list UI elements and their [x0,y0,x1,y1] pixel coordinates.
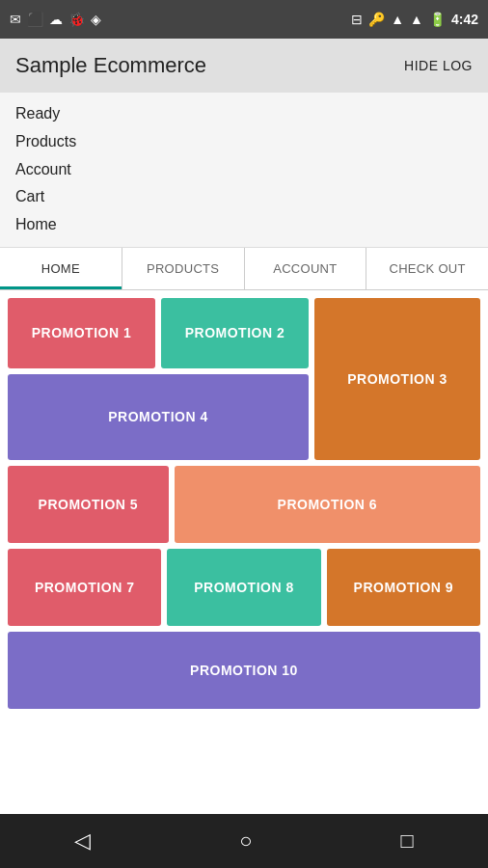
promo7-button[interactable]: PROMOTION 7 [8,549,161,626]
log-item-home[interactable]: Home [15,211,473,239]
signal-icon: ▲ [410,12,423,27]
tab-checkout[interactable]: CHECK OUT [366,248,488,289]
wifi-icon: ▲ [391,12,404,27]
cloud-icon: ☁ [49,12,63,27]
status-icons-left: ✉ ⬛ ☁ 🐞 ◈ [10,12,101,27]
promo6-button[interactable]: PROMOTION 6 [175,466,480,543]
promo-row-5: PROMOTION 10 [8,632,480,709]
key-icon: 🔑 [368,12,385,27]
promo-row-1-2: PROMOTION 1 PROMOTION 2 PROMOTION 4 PROM… [8,298,480,460]
log-panel: Ready Products Account Cart Home [0,93,488,248]
promo9-button[interactable]: PROMOTION 9 [327,549,480,626]
tab-products[interactable]: PRODUCTS [122,248,245,289]
gmail-icon: ✉ [10,12,21,27]
hide-log-button[interactable]: HIDE LOG [404,58,473,73]
promo10-button[interactable]: PROMOTION 10 [8,632,480,709]
promo1-button[interactable]: PROMOTION 1 [8,298,155,368]
tab-home[interactable]: HOME [0,248,122,289]
tab-account[interactable]: ACCOUNT [245,248,367,289]
log-item-cart[interactable]: Cart [15,183,473,211]
promo2-button[interactable]: PROMOTION 2 [161,298,309,368]
status-time: 4:42 [451,12,478,27]
promo4-button[interactable]: PROMOTION 4 [8,374,309,460]
log-item-ready: Ready [15,100,473,128]
promo3-button[interactable]: PROMOTION 3 [314,298,480,460]
nav-home-icon[interactable]: ○ [239,828,252,854]
bug-icon: 🐞 [68,12,85,27]
promo5-button[interactable]: PROMOTION 5 [8,466,169,543]
promo-col-left: PROMOTION 1 PROMOTION 2 PROMOTION 4 [8,298,309,460]
app-header: Sample Ecommerce HIDE LOG [0,39,488,93]
app-title: Sample Ecommerce [15,53,206,78]
android-icon: ◈ [91,12,101,27]
status-icons-right: ⊟ 🔑 ▲ ▲ 🔋 4:42 [351,12,478,27]
log-item-account[interactable]: Account [15,156,473,184]
promo8-button[interactable]: PROMOTION 8 [167,549,320,626]
promo-row-4: PROMOTION 7 PROMOTION 8 PROMOTION 9 [8,549,480,626]
battery-icon: 🔋 [429,12,446,27]
promotions-area: PROMOTION 1 PROMOTION 2 PROMOTION 4 PROM… [0,290,488,814]
promo-row-3: PROMOTION 5 PROMOTION 6 [8,466,480,543]
vibrate-icon: ⊟ [351,12,363,27]
image-icon: ⬛ [27,12,43,27]
tab-bar: HOME PRODUCTS ACCOUNT CHECK OUT [0,248,488,290]
nav-recent-icon[interactable]: □ [401,828,414,854]
status-bar: ✉ ⬛ ☁ 🐞 ◈ ⊟ 🔑 ▲ ▲ 🔋 4:42 [0,0,488,39]
promo-top-pair: PROMOTION 1 PROMOTION 2 [8,298,309,368]
bottom-nav: ◁ ○ □ [0,814,488,868]
nav-back-icon[interactable]: ◁ [74,828,91,854]
log-item-products[interactable]: Products [15,128,473,156]
